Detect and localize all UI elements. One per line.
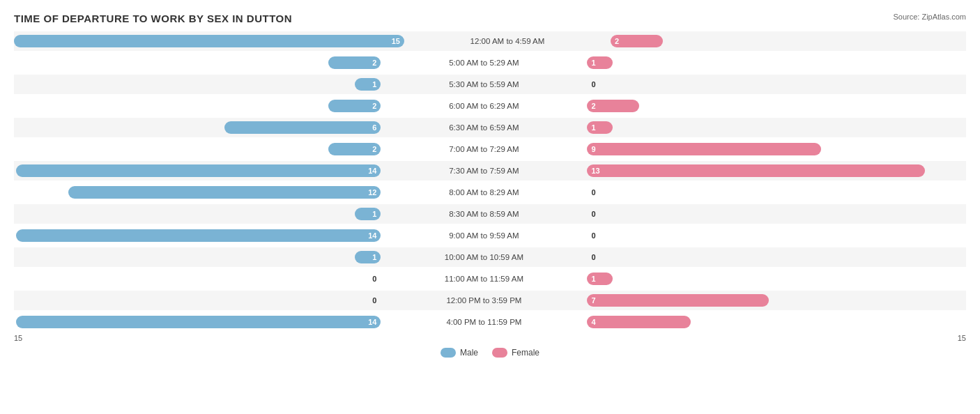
female-value: 4 xyxy=(591,318,595,326)
male-bar: 14 xyxy=(16,316,381,328)
male-bar-section: 1 xyxy=(14,78,386,91)
male-bar: 1 xyxy=(355,251,381,263)
male-value: 0 xyxy=(372,296,376,305)
male-bar: 14 xyxy=(16,164,381,177)
legend-female-swatch xyxy=(492,348,507,358)
female-bar-section: 0 xyxy=(581,188,966,197)
male-value: 6 xyxy=(372,123,376,132)
female-bar: 9 xyxy=(587,143,821,155)
time-label: 6:00 AM to 6:29 AM xyxy=(386,102,581,110)
male-value: 14 xyxy=(368,318,376,326)
male-value: 1 xyxy=(372,80,376,89)
male-value: 1 xyxy=(372,253,376,261)
female-bar: 1 xyxy=(587,121,613,134)
chart-row: 27:00 AM to 7:29 AM9 xyxy=(14,139,966,159)
time-label: 8:30 AM to 8:59 AM xyxy=(386,210,581,218)
chart-area: 1512:00 AM to 4:59 AM225:00 AM to 5:29 A… xyxy=(14,31,966,332)
female-bar-section: 0 xyxy=(581,231,966,240)
female-bar-section: 9 xyxy=(581,143,966,155)
time-label: 8:00 AM to 8:29 AM xyxy=(386,188,581,197)
chart-row: 144:00 PM to 11:59 PM4 xyxy=(14,312,966,332)
chart-row: 012:00 PM to 3:59 PM7 xyxy=(14,291,966,310)
male-bar: 1 xyxy=(355,78,381,91)
time-label: 5:00 AM to 5:29 AM xyxy=(386,59,581,67)
male-value: 0 xyxy=(372,275,376,283)
female-value: 1 xyxy=(591,275,595,283)
male-bar: 2 xyxy=(328,143,381,155)
male-bar: 12 xyxy=(68,186,381,199)
legend-male: Male xyxy=(441,348,478,358)
time-label: 12:00 PM to 3:59 PM xyxy=(386,296,581,305)
bottom-labels: 15 15 xyxy=(14,334,966,342)
chart-row: 15:30 AM to 5:59 AM0 xyxy=(14,75,966,94)
chart-title: TIME OF DEPARTURE TO WORK BY SEX IN DUTT… xyxy=(14,13,966,24)
bottom-right-label: 15 xyxy=(958,334,966,342)
male-bar-section: 12 xyxy=(14,186,386,199)
male-bar-section: 6 xyxy=(14,121,386,134)
chart-row: 149:00 AM to 9:59 AM0 xyxy=(14,226,966,245)
female-bar-section: 2 xyxy=(605,35,966,47)
male-bar-section: 14 xyxy=(14,316,386,328)
male-bar-section: 2 xyxy=(14,56,386,69)
male-bar: 14 xyxy=(16,229,381,242)
male-bar-section: 0 xyxy=(14,275,386,283)
male-bar-section: 0 xyxy=(14,296,386,305)
female-value: 2 xyxy=(615,37,619,45)
female-value: 0 xyxy=(591,210,595,218)
female-value: 13 xyxy=(591,167,599,175)
time-label: 9:00 AM to 9:59 AM xyxy=(386,231,581,240)
female-bar: 1 xyxy=(587,273,613,285)
male-value: 2 xyxy=(372,102,376,110)
male-value: 12 xyxy=(368,188,376,197)
male-value: 14 xyxy=(368,231,376,240)
source-label: Source: ZipAtlas.com xyxy=(893,13,966,21)
chart-row: 18:30 AM to 8:59 AM0 xyxy=(14,204,966,224)
chart-row: 147:30 AM to 7:59 AM13 xyxy=(14,161,966,181)
time-label: 12:00 AM to 4:59 AM xyxy=(410,37,605,45)
male-bar-section: 2 xyxy=(14,143,386,155)
legend-female-label: Female xyxy=(512,348,539,358)
legend: Male Female xyxy=(14,348,966,358)
female-value: 0 xyxy=(591,188,595,197)
female-bar: 4 xyxy=(587,316,691,328)
male-bar-section: 14 xyxy=(14,229,386,242)
time-label: 6:30 AM to 6:59 AM xyxy=(386,123,581,132)
female-value: 7 xyxy=(591,296,595,305)
male-bar-section: 1 xyxy=(14,208,386,220)
female-value: 1 xyxy=(591,59,595,67)
time-label: 10:00 AM to 10:59 AM xyxy=(386,253,581,261)
chart-row: 011:00 AM to 11:59 AM1 xyxy=(14,269,966,289)
legend-male-swatch xyxy=(441,348,456,358)
chart-row: 110:00 AM to 10:59 AM0 xyxy=(14,247,966,267)
legend-female: Female xyxy=(492,348,539,358)
male-bar-section: 15 xyxy=(14,35,410,47)
male-value: 1 xyxy=(372,210,376,218)
male-value: 2 xyxy=(372,145,376,153)
time-label: 7:30 AM to 7:59 AM xyxy=(386,167,581,175)
female-bar-section: 1 xyxy=(581,56,966,69)
female-value: 0 xyxy=(591,253,595,261)
female-bar-section: 0 xyxy=(581,80,966,89)
time-label: 5:30 AM to 5:59 AM xyxy=(386,80,581,89)
chart-row: 1512:00 AM to 4:59 AM2 xyxy=(14,31,966,51)
female-bar-section: 1 xyxy=(581,121,966,134)
male-bar-section: 14 xyxy=(14,164,386,177)
male-bar: 1 xyxy=(355,208,381,220)
male-value: 2 xyxy=(372,59,376,67)
male-bar-section: 1 xyxy=(14,251,386,263)
male-bar: 2 xyxy=(328,56,381,69)
male-bar: 15 xyxy=(14,35,404,47)
female-bar-section: 0 xyxy=(581,253,966,261)
female-bar-section: 2 xyxy=(581,100,966,112)
male-bar: 2 xyxy=(328,100,381,112)
female-value: 2 xyxy=(591,102,595,110)
female-value: 0 xyxy=(591,231,595,240)
female-value: 9 xyxy=(591,145,595,153)
legend-male-label: Male xyxy=(460,348,478,358)
male-bar: 6 xyxy=(224,121,381,134)
female-bar: 2 xyxy=(611,35,663,47)
female-bar: 13 xyxy=(587,164,925,177)
female-value: 0 xyxy=(591,80,595,89)
female-bar-section: 1 xyxy=(581,273,966,285)
chart-row: 128:00 AM to 8:29 AM0 xyxy=(14,183,966,202)
